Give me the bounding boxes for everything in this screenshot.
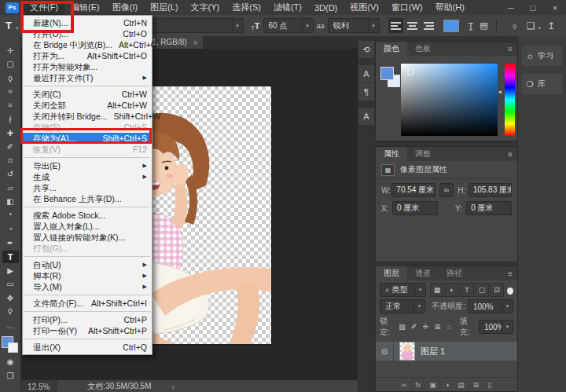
layer-filter-select[interactable]: ⌕ 类型 ▾ bbox=[380, 283, 426, 297]
width-field[interactable]: 70.54 厘米 bbox=[391, 183, 435, 197]
toggle-panels-icon[interactable]: ▤ bbox=[480, 20, 487, 31]
warp-text-icon[interactable]: T̰ bbox=[469, 21, 474, 31]
more-tools[interactable]: … bbox=[2, 319, 19, 332]
anti-alias-select[interactable]: 锐利▾ bbox=[328, 18, 380, 33]
healing-brush-tool[interactable]: ✚ bbox=[2, 126, 19, 139]
align-right-button[interactable] bbox=[421, 18, 436, 33]
file-menu-item[interactable]: 文件简介(F)...Alt+Shift+Ctrl+I bbox=[23, 298, 152, 309]
menubar-item-9[interactable]: 视图(V) bbox=[344, 0, 385, 15]
file-menu-item[interactable]: 关闭(C)Ctrl+W bbox=[23, 89, 152, 100]
type-tool[interactable]: T bbox=[2, 251, 19, 263]
link-layers-icon[interactable]: ∞ bbox=[402, 381, 406, 389]
add-mask-icon[interactable]: ▣ bbox=[429, 381, 436, 389]
file-menu-item[interactable]: 打包(G)... bbox=[23, 243, 152, 254]
eraser-tool[interactable]: ▱ bbox=[2, 181, 19, 194]
file-menu-item[interactable]: 自动(U)▶ bbox=[23, 259, 152, 270]
rectangle-tool[interactable]: ▭ bbox=[2, 278, 19, 291]
menubar-item-11[interactable]: 帮助(H) bbox=[429, 0, 471, 15]
learn-panel[interactable]: ☼学习 bbox=[522, 46, 562, 66]
quick-selection-tool[interactable]: ✧ bbox=[2, 86, 19, 98]
paragraph-panel-icon[interactable]: ¶ bbox=[358, 83, 374, 101]
screen-mode-button[interactable]: ❐ bbox=[2, 369, 19, 382]
file-menu-item[interactable]: 置入链接的智能对象(K)... bbox=[23, 232, 152, 243]
file-menu-item[interactable]: 关闭全部Alt+Ctrl+W bbox=[23, 100, 152, 111]
filter-smart-objects-icon[interactable]: ⊡ bbox=[490, 283, 504, 297]
character-panel-icon[interactable]: A bbox=[358, 65, 374, 82]
status-chevron-icon[interactable]: › bbox=[172, 383, 175, 391]
type-tool-preset-icon[interactable]: T bbox=[0, 20, 17, 31]
dodge-tool[interactable]: ◔ bbox=[2, 223, 19, 236]
align-left-button[interactable] bbox=[388, 18, 403, 33]
libraries-panel[interactable]: ❍库 bbox=[522, 74, 562, 94]
color-swatch-pair[interactable] bbox=[380, 67, 401, 90]
tool-preset-caret-icon[interactable]: ▾ bbox=[16, 25, 19, 31]
file-menu-item[interactable]: 搜索 Adobe Stock... bbox=[23, 210, 152, 221]
y-field[interactable]: 0 厘米 bbox=[466, 201, 512, 215]
pen-tool[interactable]: ✒ bbox=[2, 236, 19, 249]
filter-adjustment-layers-icon[interactable]: ◐ bbox=[445, 283, 459, 297]
tab-color-2[interactable]: 色板 bbox=[407, 42, 439, 56]
menubar-item-10[interactable]: 窗口(W) bbox=[385, 0, 429, 15]
lock-transparency-icon[interactable]: ▨ bbox=[397, 323, 407, 331]
link-dimensions-icon[interactable]: ∞ bbox=[439, 183, 454, 197]
panel-menu-icon[interactable]: ≡ bbox=[508, 45, 513, 53]
foreground-color-swatch[interactable] bbox=[380, 67, 394, 80]
color-picker-circle[interactable] bbox=[407, 68, 414, 75]
file-menu-item[interactable]: 导入(M)▶ bbox=[23, 281, 152, 292]
filter-shape-layers-icon[interactable]: ▢ bbox=[475, 283, 489, 297]
file-menu-item[interactable]: 共享... bbox=[23, 182, 152, 193]
fill-select[interactable]: 100% ▾ bbox=[479, 320, 513, 334]
file-menu-item[interactable]: 最近打开文件(T)▶ bbox=[23, 72, 152, 83]
file-menu-item[interactable]: 生成▶ bbox=[23, 171, 152, 182]
delete-layer-icon[interactable]: ▯ bbox=[487, 381, 491, 389]
menubar-item-4[interactable]: 图层(L) bbox=[144, 0, 184, 15]
share-icon[interactable]: ↥ bbox=[547, 20, 555, 31]
file-menu-item[interactable]: 脚本(R)▶ bbox=[23, 270, 152, 281]
tab-layers-3[interactable]: 路径 bbox=[439, 266, 470, 280]
toolbox-color-swatches[interactable] bbox=[2, 336, 19, 354]
menubar-item-7[interactable]: 滤镜(T) bbox=[267, 0, 308, 15]
background-color-swatch[interactable] bbox=[8, 343, 18, 353]
tab-color-1[interactable]: 颜色 bbox=[376, 42, 407, 56]
eyedropper-tool[interactable]: ∤ bbox=[2, 113, 19, 126]
crop-tool[interactable]: ⌗ bbox=[2, 99, 19, 112]
menubar-item-6[interactable]: 选择(S) bbox=[226, 0, 267, 15]
hand-tool[interactable]: ✥ bbox=[2, 291, 19, 304]
close-button[interactable]: × bbox=[544, 0, 566, 15]
zoom-level-field[interactable]: 12.5% bbox=[21, 380, 57, 392]
tab-properties-1[interactable]: 属性 bbox=[376, 147, 407, 161]
chevron-down-icon[interactable]: ▾ bbox=[538, 25, 541, 31]
file-menu-item[interactable]: 打开为智能对象... bbox=[23, 61, 152, 72]
layer-row[interactable]: ⊙ 图层 1 bbox=[376, 342, 517, 361]
filter-pixel-layers-icon[interactable]: ▦ bbox=[430, 283, 444, 297]
blur-tool[interactable]: ❛ bbox=[2, 209, 19, 222]
glyphs-panel-icon[interactable]: A bbox=[358, 108, 374, 125]
font-family-select[interactable]: ▾ bbox=[151, 18, 244, 33]
menubar-item-5[interactable]: 文字(Y) bbox=[185, 0, 226, 15]
file-menu-item[interactable]: 导出(E)▶ bbox=[23, 160, 152, 171]
tab-layers-1[interactable]: 图层 bbox=[376, 266, 407, 280]
filter-type-layers-icon[interactable]: T bbox=[460, 283, 474, 297]
file-menu-item[interactable]: 打印一份(Y)Alt+Shift+Ctrl+P bbox=[23, 325, 152, 336]
lock-all-icon[interactable]: ⌂ bbox=[444, 323, 454, 331]
workspace-switcher-icon[interactable]: ❏ bbox=[527, 20, 535, 31]
lasso-tool[interactable]: ϙ bbox=[2, 71, 19, 84]
file-menu-item[interactable]: 恢复(V)F12 bbox=[23, 144, 152, 155]
file-menu-item[interactable]: 置入嵌入对象(L)... bbox=[23, 221, 152, 232]
font-size-select[interactable]: 60 点▾ bbox=[263, 18, 314, 33]
x-field[interactable]: 0 厘米 bbox=[392, 201, 438, 215]
marquee-tool[interactable]: ▢ bbox=[2, 58, 19, 71]
path-selection-tool[interactable]: ▶ bbox=[2, 264, 19, 277]
file-menu-item[interactable]: 打开为...Alt+Shift+Ctrl+O bbox=[23, 50, 152, 61]
brush-tool[interactable]: ✐ bbox=[2, 141, 19, 153]
layer-visibility-eye-icon[interactable]: ⊙ bbox=[376, 342, 394, 361]
menubar-item-8[interactable]: 3D(D) bbox=[308, 0, 344, 15]
lock-position-icon[interactable]: ✛ bbox=[421, 323, 431, 331]
file-menu-item[interactable]: 关闭并转到 Bridge...Shift+Ctrl+W bbox=[23, 111, 152, 122]
color-field[interactable] bbox=[401, 64, 498, 136]
adjustment-layer-icon[interactable]: ◑ bbox=[445, 381, 449, 389]
tab-layers-2[interactable]: 通道 bbox=[407, 266, 439, 280]
layer-thumbnail[interactable] bbox=[399, 342, 415, 361]
align-center-button[interactable] bbox=[405, 18, 420, 33]
search-icon[interactable]: ⌕ bbox=[509, 20, 520, 31]
